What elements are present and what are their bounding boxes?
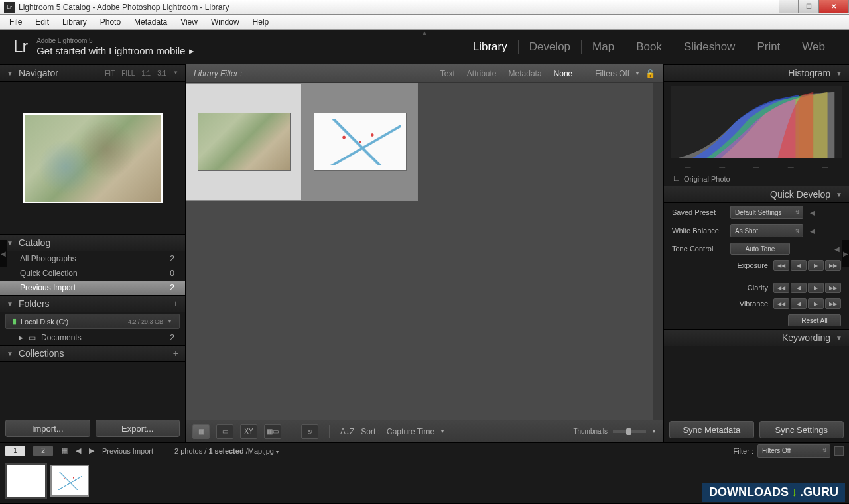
collections-header[interactable]: ▼ Collections + [0,345,185,362]
original-photo-toggle[interactable]: ☐Original Photo [664,172,849,186]
chevron-down-icon[interactable]: ▼ [167,318,172,324]
vibrance-stepper[interactable]: ◀◀◀▶▶▶ [773,298,841,309]
clarity-stepper[interactable]: ◀◀◀▶▶▶ [773,283,841,293]
filmstrip-thumb-1[interactable] [7,465,45,497]
filter-none[interactable]: None [554,69,573,78]
sort-menu-icon[interactable]: ▾ [441,428,444,434]
menu-edit[interactable]: Edit [29,16,56,28]
navigator-preview[interactable] [0,82,185,234]
reveal-top-arrow-icon[interactable]: ▲ [421,29,428,36]
forward-arrow-icon[interactable]: ▶ [89,446,94,455]
exposure-stepper[interactable]: ◀◀◀▶▶▶ [773,260,841,271]
sync-settings-button[interactable]: Sync Settings [759,421,844,438]
module-slideshow[interactable]: Slideshow [673,40,746,54]
add-collection-icon[interactable]: + [173,348,178,359]
status-context[interactable]: Previous Import [102,447,153,455]
add-folder-icon[interactable]: + [173,298,178,309]
sort-order-icon[interactable]: A↓Z [340,427,354,436]
histogram-title: Histogram [788,68,830,78]
menu-library[interactable]: Library [56,16,94,28]
filters-state[interactable]: Filters Off [595,69,629,78]
chevron-down-icon[interactable]: ▼ [173,70,178,77]
chevron-down-icon[interactable]: ▾ [276,449,279,455]
keywording-header[interactable]: Keywording ▼ [664,329,849,346]
expand-icon[interactable]: ◀ [833,245,841,253]
navigator-header[interactable]: ▼ Navigator FIT FILL 1:1 3:1 ▼ [0,64,185,82]
navigator-title: Navigator [19,68,58,78]
histogram-display[interactable] [671,86,842,158]
filter-metadata[interactable]: Metadata [509,69,542,78]
nav-1to1[interactable]: 1:1 [141,70,151,77]
filter-text[interactable]: Text [440,69,455,78]
module-web[interactable]: Web [791,40,836,54]
auto-tone-button[interactable]: Auto Tone [730,243,790,255]
maximize-button[interactable]: ☐ [799,0,818,13]
reset-all-button[interactable]: Reset All [788,314,841,326]
preset-select[interactable]: Default Settings [730,206,803,219]
export-button[interactable]: Export... [96,420,180,437]
module-book[interactable]: Book [625,40,673,54]
sync-metadata-button[interactable]: Sync Metadata [669,421,754,438]
catalog-quick-collection[interactable]: Quick Collection +0 [0,266,185,281]
minimize-button[interactable]: — [779,0,799,13]
view-survey-icon[interactable]: ▦▭ [264,424,281,439]
quickdev-header[interactable]: Quick Develop ▼ [664,186,849,203]
volume-row[interactable]: ▮ Local Disk (C:) 4.2 / 29.3 GB ▼ [5,314,180,329]
thumbnail-size-slider[interactable] [613,430,646,433]
histogram-header[interactable]: Histogram ▼ [664,64,849,82]
thumbnails-label: Thumbnails [573,428,608,435]
nav-fill[interactable]: FILL [121,70,135,77]
menu-photo[interactable]: Photo [94,16,127,28]
catalog-all-photos[interactable]: All Photographs2 [0,251,185,266]
back-arrow-icon[interactable]: ◀ [76,446,81,455]
menu-help[interactable]: Help [246,16,276,28]
filter-toggle-icon[interactable] [834,446,844,456]
thumbnail-image [198,113,291,171]
grid-icon[interactable]: ▦ [61,446,68,455]
disclosure-icon: ▼ [7,70,13,77]
module-library[interactable]: Library [462,40,518,54]
view-loupe-icon[interactable]: ▭ [216,424,233,439]
wb-select[interactable]: As Shot [730,224,803,237]
thumbnail-grid[interactable] [186,83,663,420]
chevron-right-icon: ▶ [19,334,23,341]
grid-scrollbar[interactable] [653,83,663,420]
preset-label: Saved Preset [672,208,725,216]
view-compare-icon[interactable]: XY [240,424,257,439]
nav-3to1[interactable]: 3:1 [157,70,166,77]
sort-value[interactable]: Capture Time [387,427,434,436]
import-button[interactable]: Import... [5,420,90,437]
mobile-prompt[interactable]: Get started with Lightroom mobile▸ [36,45,194,57]
page-2[interactable]: 2 [33,446,53,456]
expand-icon[interactable]: ◀ [809,209,816,216]
chevron-down-icon[interactable]: ▼ [635,70,640,76]
tone-label: Tone Control [672,245,725,253]
close-button[interactable]: ✕ [818,0,849,13]
nav-fit[interactable]: FIT [105,70,115,77]
module-map[interactable]: Map [581,40,625,54]
folder-documents[interactable]: ▶ ▭ Documents 2 [0,330,185,345]
thumbnail-1[interactable] [186,83,302,201]
menu-metadata[interactable]: Metadata [127,16,174,28]
page-1[interactable]: 1 [5,446,25,456]
menu-window[interactable]: Window [204,16,246,28]
toolbar-menu-icon[interactable]: ▼ [651,428,657,434]
filmstrip[interactable]: DOWNLOADS↓.GURU [0,458,849,503]
folders-header[interactable]: ▼ Folders + [0,295,185,312]
filter-select[interactable]: Filters Off [757,444,830,458]
menu-file[interactable]: File [3,16,29,28]
filmstrip-thumb-2[interactable] [50,465,89,497]
lock-icon[interactable]: 🔓 [645,69,655,78]
collapse-right-icon[interactable]: ▶ [842,240,849,267]
view-grid-icon[interactable]: ▦ [192,424,210,439]
module-print[interactable]: Print [746,40,791,54]
expand-icon[interactable]: ◀ [809,227,816,235]
catalog-header[interactable]: ▼ Catalog [0,234,185,251]
catalog-previous-import[interactable]: Previous Import2 [0,281,185,295]
filter-attribute[interactable]: Attribute [467,69,497,78]
thumbnail-2[interactable] [302,83,418,201]
module-develop[interactable]: Develop [518,40,581,54]
menu-view[interactable]: View [174,16,204,28]
painter-icon[interactable]: ⎋ [301,424,318,439]
collapse-left-icon[interactable]: ◀ [0,240,7,267]
